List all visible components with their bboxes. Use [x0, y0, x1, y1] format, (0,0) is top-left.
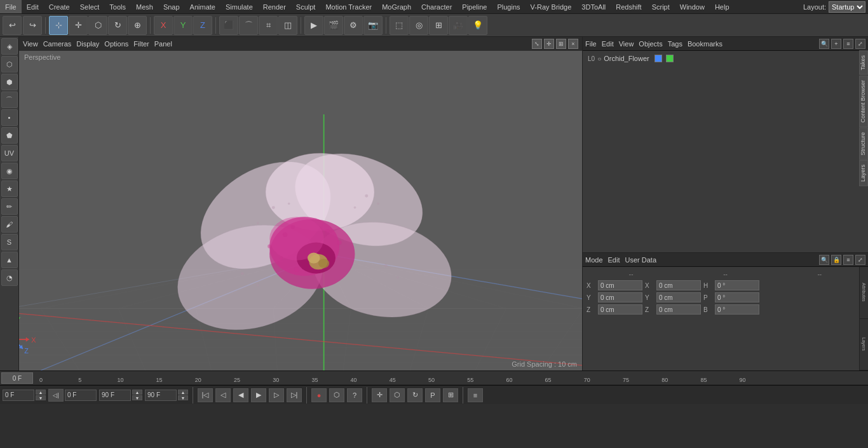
point-mode-button[interactable]: • — [1, 109, 18, 126]
menu-redshift[interactable]: Redshift — [611, 0, 646, 13]
attr-z-pos-input2[interactable] — [656, 304, 701, 315]
layout-dropdown[interactable]: Startup — [829, 1, 865, 13]
menu-mesh[interactable]: Mesh — [131, 0, 158, 13]
attr-expand-btn[interactable]: ⤢ — [855, 255, 865, 265]
live-mode-button[interactable]: ★ — [1, 180, 18, 197]
frame-end-up[interactable]: ▲ — [178, 390, 188, 395]
timeline-settings-btn[interactable]: ≡ — [468, 388, 483, 402]
step-forward-btn[interactable]: ▷ — [269, 388, 284, 402]
attr-b-input[interactable] — [715, 304, 759, 315]
vp-menu-display[interactable]: Display — [76, 40, 99, 48]
move-key-btn[interactable]: ✛ — [372, 388, 387, 402]
y-axis-button[interactable]: Y — [173, 16, 193, 35]
menu-help[interactable]: Help — [710, 0, 735, 13]
camera-tool-button[interactable]: ◫ — [278, 16, 297, 35]
attr-config-btn[interactable]: ≡ — [843, 255, 853, 265]
help-btn[interactable]: ? — [347, 388, 362, 402]
menu-select[interactable]: Select — [75, 0, 105, 13]
menu-simulate[interactable]: Simulate — [220, 0, 258, 13]
objects-search-btn[interactable]: 🔍 — [819, 39, 829, 49]
menu-plugins[interactable]: Plugins — [492, 0, 525, 13]
objects-edit-btn[interactable]: Edit — [602, 40, 614, 48]
step-back-btn[interactable]: ◁ — [215, 388, 231, 402]
objects-objects-btn[interactable]: Objects — [639, 40, 662, 48]
menu-motion-tracker[interactable]: Motion Tracker — [320, 0, 377, 13]
menu-pipeline[interactable]: Pipeline — [457, 0, 492, 13]
z-axis-button[interactable]: Z — [193, 16, 212, 35]
attr-lock-btn[interactable]: 🔒 — [831, 255, 841, 265]
frame-start-down[interactable]: ▼ — [36, 395, 46, 400]
menu-character[interactable]: Character — [416, 0, 457, 13]
vp-icon-settings[interactable]: ⊞ — [556, 39, 566, 49]
spline-tool-button[interactable]: ⌒ — [239, 16, 258, 35]
object-toggle-chip[interactable] — [666, 55, 674, 62]
render-settings-button[interactable]: ⚙ — [344, 16, 363, 35]
menu-file[interactable]: File — [0, 0, 22, 13]
floor-button[interactable]: ⬚ — [390, 16, 409, 35]
frame-end-down[interactable]: ▼ — [178, 395, 188, 400]
attr-h-input[interactable] — [715, 280, 759, 290]
menu-sculpt[interactable]: Sculpt — [291, 0, 321, 13]
sky-button[interactable]: ◎ — [409, 16, 428, 35]
tab-takes[interactable]: Takes — [859, 51, 868, 75]
frame-start-up[interactable]: ▲ — [36, 390, 46, 395]
preview-end-up[interactable]: ▲ — [132, 390, 142, 395]
sculpt-mode-button[interactable]: ⬟ — [1, 127, 18, 144]
light-button[interactable]: 💡 — [468, 16, 487, 35]
smear-tool-button[interactable]: ◔ — [1, 269, 18, 286]
model-mode-button[interactable]: ◈ — [1, 38, 18, 55]
fill-tool-button[interactable]: ▲ — [1, 252, 18, 268]
attr-user-data-btn[interactable]: User Data — [625, 256, 657, 264]
rotate-key-btn[interactable]: ↻ — [407, 388, 423, 402]
objects-bookmarks-btn[interactable]: Bookmarks — [688, 40, 722, 48]
transform-tool-button[interactable]: ⊕ — [128, 16, 147, 35]
preview-end-input[interactable] — [99, 390, 131, 401]
render-to-po-button[interactable]: 📷 — [363, 16, 383, 35]
paint-tool-button[interactable]: 🖌 — [1, 216, 18, 233]
attr-p-input[interactable] — [715, 292, 759, 302]
scale-tool-button[interactable]: ⬡ — [88, 16, 107, 35]
objects-view-btn[interactable]: View — [619, 40, 634, 48]
vp-icon-expand[interactable]: ⤡ — [532, 39, 542, 49]
preview-start-btn[interactable]: ◁| — [48, 389, 64, 402]
render-viewport-button[interactable]: ▶ — [304, 16, 323, 35]
uv-mode-button[interactable]: UV — [1, 145, 18, 161]
go-to-end-btn[interactable]: ▷| — [287, 388, 302, 402]
vp-menu-panel[interactable]: Panel — [154, 40, 172, 48]
grid-button[interactable]: ⊞ — [429, 16, 448, 35]
vp-icon-move[interactable]: ✛ — [544, 39, 554, 49]
draw-tool-button[interactable]: ✏ — [1, 198, 18, 215]
render-picture-button[interactable]: 🎬 — [324, 16, 343, 35]
motion-mode-button[interactable]: ◉ — [1, 163, 18, 179]
snap-tool-button[interactable]: S — [1, 234, 18, 250]
menu-vray[interactable]: V-Ray Bridge — [526, 0, 577, 13]
vp-menu-options[interactable]: Options — [104, 40, 128, 48]
object-color-chip[interactable] — [654, 55, 662, 62]
objects-expand-btn[interactable]: ⤢ — [855, 39, 865, 49]
redo-button[interactable]: ↪ — [23, 16, 42, 35]
cube-tool-button[interactable]: ⬛ — [219, 16, 238, 35]
frame-start-input[interactable] — [3, 390, 34, 401]
tab-content-browser[interactable]: Content Browser — [859, 76, 868, 127]
play-forward-btn[interactable]: ▶ — [251, 388, 266, 402]
frame-end-input[interactable] — [145, 390, 177, 401]
poly-mode-button[interactable]: ⬢ — [1, 74, 18, 90]
attr-z-pos-input[interactable] — [598, 304, 642, 315]
pla-btn[interactable]: ⊞ — [443, 388, 458, 402]
edge-mode-button[interactable]: ⌒ — [1, 92, 18, 108]
attr-search-btn[interactable]: 🔍 — [819, 255, 829, 265]
param-key-btn[interactable]: P — [425, 388, 440, 402]
object-row-orchid[interactable]: L0 ○ Orchid_Flower — [585, 53, 865, 64]
menu-create[interactable]: Create — [44, 0, 75, 13]
objects-file-btn[interactable]: File — [585, 40, 597, 48]
attr-y-pos-input[interactable] — [598, 292, 642, 302]
objects-add-btn[interactable]: + — [831, 39, 841, 49]
vp-menu-cameras[interactable]: Cameras — [43, 40, 72, 48]
menu-mograph[interactable]: MoGraph — [377, 0, 416, 13]
menu-window[interactable]: Window — [675, 0, 710, 13]
play-back-btn[interactable]: ◀ — [233, 388, 248, 402]
menu-3dtoall[interactable]: 3DToAll — [576, 0, 611, 13]
undo-button[interactable]: ↩ — [3, 16, 22, 35]
current-frame-display[interactable]: 0 F — [1, 372, 33, 384]
menu-animate[interactable]: Animate — [185, 0, 220, 13]
